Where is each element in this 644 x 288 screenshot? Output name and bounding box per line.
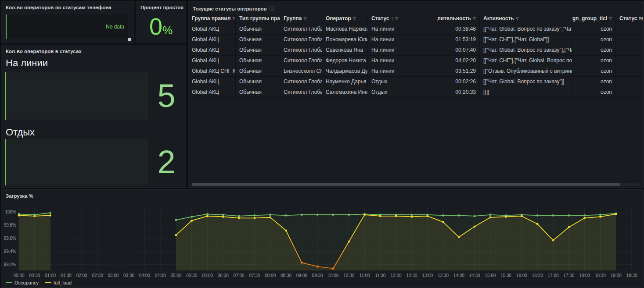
x-tick-label: 19:00 (611, 273, 622, 278)
filter-icon[interactable]: ▽ (353, 14, 356, 24)
column-header-6[interactable]: Активность▽ (480, 14, 572, 24)
x-tick-label: 08:00 (265, 273, 276, 278)
legend-item-Occupancy[interactable]: Occupancy (6, 280, 39, 285)
panel-title-operators[interactable]: Текущие статусы операторов ⓘ (188, 1, 643, 12)
data-point (489, 214, 491, 216)
x-tick-label: 10:30 (343, 273, 354, 278)
data-point (222, 216, 224, 218)
scrollbar-corner[interactable] (128, 38, 131, 41)
data-point (599, 216, 601, 218)
filter-icon[interactable]: ▽ (395, 14, 398, 24)
table-cell (616, 77, 643, 87)
legend-label: full_load (54, 280, 72, 285)
data-point (536, 223, 539, 225)
table-cell: Обычная (236, 77, 280, 87)
panel-title-status-counts[interactable]: Кол-во операторов в статусах (1, 45, 186, 54)
table-cell: Маслова Наркиза (322, 24, 368, 35)
data-point (49, 212, 51, 214)
filter-icon[interactable]: ▽ (303, 14, 306, 24)
x-tick-label: 01:30 (61, 273, 72, 278)
x-tick-label: 16:00 (516, 273, 527, 278)
x-tick-label: 10:00 (327, 273, 338, 278)
table-cell: 03:51:29 (437, 66, 480, 77)
column-header-2[interactable]: Группа▽ (280, 14, 322, 24)
x-tick-label: 13:00 (422, 273, 433, 278)
column-header-1[interactable]: Тип группы прав▽ (236, 14, 280, 24)
table-cell: Ситиколл Глобал (280, 24, 322, 35)
column-header-0[interactable]: Группа правил▽ (188, 14, 236, 24)
x-tick-label: 03:30 (123, 273, 134, 278)
panel-status-counts: Кол-во операторов в статусах На линии 5 … (1, 45, 186, 188)
table-cell: [["Чат. Global. Вопрос по заказу","Чат. … (480, 24, 572, 35)
legend-item-full_load[interactable]: full_load (45, 280, 72, 285)
info-icon[interactable]: ⓘ (270, 5, 275, 12)
x-tick-label: 05:00 (170, 273, 181, 278)
stat-label-rest: Отдых (6, 127, 35, 138)
filter-icon[interactable]: ▽ (609, 14, 612, 24)
panel-title-load[interactable]: Загрузка % (1, 190, 643, 199)
table-cell: Global АКЦ (188, 45, 236, 56)
horizontal-scrollbar[interactable] (192, 183, 640, 186)
legend-label: Occupancy (14, 280, 39, 285)
panel-title-idle-percent[interactable]: Процент простоя (136, 1, 186, 10)
table-cell: Пономарева Юлия (322, 35, 368, 45)
filter-icon[interactable]: ▽ (232, 14, 235, 24)
x-tick-label: 12:30 (406, 273, 417, 278)
data-point (521, 215, 523, 217)
table-cell (616, 56, 643, 66)
x-tick-label: 09:30 (312, 273, 323, 278)
stat-unit: % (162, 24, 173, 37)
data-point (238, 215, 240, 217)
filter-icon[interactable]: ▽ (516, 14, 519, 24)
load-chart[interactable]: 00:0000:3001:0001:3002:0002:3003:0003:30… (4, 200, 641, 281)
column-header-4[interactable]: Статус↑▽ (368, 14, 437, 24)
sort-asc-icon[interactable]: ↑ (391, 14, 393, 24)
table-cell: Ситиколл Глобал (280, 35, 322, 45)
column-header-8[interactable]: Статус теле▽ (616, 14, 643, 24)
table-cell: [["Чат. СНГ"],["Чат. Global. Вопрос по з… (480, 56, 572, 66)
x-tick-label: 18:00 (579, 273, 590, 278)
x-tick-label: 03:00 (108, 273, 119, 278)
column-header-7[interactable]: assign_group_ticl▽ (572, 14, 616, 24)
data-point (285, 229, 287, 231)
table-cell: Ситиколл Глобал (280, 77, 322, 87)
data-point (348, 241, 350, 243)
table-cell: [["Чат. СНГ"],["Чат. Global"]] (480, 35, 572, 45)
phone-status-chart: No data (6, 14, 128, 39)
table-cell: Global АКЦ (188, 87, 236, 98)
column-header-3[interactable]: Оператор▽ (322, 14, 368, 24)
data-point (238, 217, 240, 219)
table-cell: Чалдырмасов Дулат (322, 66, 368, 77)
table-cell: На линии (368, 56, 437, 66)
column-header-5[interactable]: Длительность▽ (437, 14, 480, 24)
column-label: Оператор (326, 14, 351, 24)
scrollbar-thumb[interactable] (192, 183, 620, 186)
table-cell: Обычная (236, 56, 280, 66)
table-row: Global АКЦОбычнаяСитиколл ГлобалНауменко… (188, 77, 643, 87)
table-cell: Global АКЦ (188, 24, 236, 35)
column-label: Статус (371, 14, 389, 24)
data-point (411, 214, 413, 216)
data-point (363, 214, 366, 216)
panel-title-phone-status[interactable]: Кол-во операторов по статусам телефона (1, 1, 134, 10)
legend-swatch (6, 282, 12, 283)
table-cell (616, 35, 643, 45)
filter-icon[interactable]: ▽ (473, 14, 476, 24)
table-cell: ozon (572, 77, 616, 87)
data-point (552, 214, 554, 217)
y-tick-label: 99.2% (4, 262, 16, 267)
data-point (442, 214, 444, 217)
table-cell: ozon (572, 87, 616, 98)
x-tick-label: 15:30 (500, 273, 511, 278)
table-cell: На линии (368, 66, 437, 77)
table-cell: Науменко Дарья (322, 77, 368, 87)
table-cell: На линии (368, 35, 437, 45)
table-cell: Global АКЦ (188, 35, 236, 45)
data-point (599, 214, 601, 216)
data-point (615, 213, 617, 215)
data-point (317, 266, 319, 268)
data-point (458, 236, 460, 238)
x-tick-label: 12:00 (391, 273, 402, 278)
data-point (191, 216, 193, 218)
table-row: Global АКЦОбычнаяСитиколл ГлобалСаломахи… (188, 87, 643, 98)
